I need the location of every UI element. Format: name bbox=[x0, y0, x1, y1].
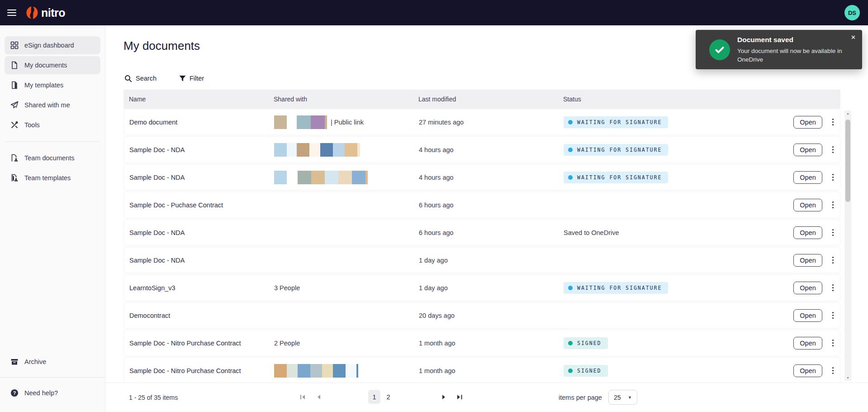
filter-button[interactable]: Filter bbox=[179, 75, 204, 82]
shared-with-cell: | Public link bbox=[274, 115, 419, 129]
open-button[interactable]: Open bbox=[793, 144, 822, 156]
table-row[interactable]: Sample Doc - Puchase Contract6 hours ago… bbox=[123, 192, 840, 218]
kebab-dot bbox=[832, 204, 834, 206]
last-modified: 1 day ago bbox=[419, 284, 564, 292]
sidebar-item-my-documents[interactable]: My documents bbox=[5, 56, 100, 74]
sidebar-divider bbox=[0, 377, 105, 378]
table-row[interactable]: Sample Doc - NDA4 hours agoWAITING FOR S… bbox=[123, 164, 840, 191]
open-button[interactable]: Open bbox=[793, 254, 822, 267]
app-window: nitro DS eSign dashboard My doc bbox=[0, 0, 868, 412]
sidebar-item-tools[interactable]: Tools bbox=[5, 116, 100, 134]
sidebar-item-team-documents[interactable]: Team documents bbox=[5, 149, 100, 167]
toast-title: Document saved bbox=[737, 36, 844, 44]
team-documents-icon bbox=[10, 154, 19, 162]
last-modified: 4 hours ago bbox=[419, 174, 564, 181]
document-name: Demo document bbox=[129, 119, 274, 126]
row-menu-button[interactable] bbox=[830, 338, 836, 348]
column-header-shared-with: Shared with bbox=[274, 96, 418, 103]
document-name: Sample Doc - Nitro Purchase Contract bbox=[129, 367, 274, 374]
open-button[interactable]: Open bbox=[793, 337, 822, 350]
user-avatar[interactable]: DS bbox=[844, 5, 860, 20]
first-page-button[interactable] bbox=[298, 392, 308, 402]
search-button[interactable]: Search bbox=[124, 75, 157, 82]
page-number-2[interactable]: 2 bbox=[382, 390, 394, 404]
nitro-logo[interactable]: nitro bbox=[26, 6, 65, 19]
hamburger-menu-icon[interactable] bbox=[7, 10, 16, 16]
open-button[interactable]: Open bbox=[793, 116, 822, 129]
table-row[interactable]: Sample Doc - Nitro Purchase Contract2 Pe… bbox=[123, 330, 840, 356]
sidebar-item-team-templates[interactable]: Team templates bbox=[5, 169, 100, 187]
sidebar-item-label: My templates bbox=[24, 81, 63, 89]
scrollbar-thumb[interactable] bbox=[845, 120, 850, 202]
previous-page-button[interactable] bbox=[314, 392, 323, 402]
avatar bbox=[365, 171, 368, 184]
row-menu-button[interactable] bbox=[830, 310, 836, 321]
document-name: Sample Doc - NDA bbox=[129, 146, 274, 153]
sidebar-item-label: eSign dashboard bbox=[24, 42, 74, 49]
row-menu-button[interactable] bbox=[830, 200, 836, 210]
table-scrollbar[interactable]: ▲ ▼ bbox=[844, 110, 851, 381]
kebab-dot bbox=[832, 235, 834, 236]
status-dot bbox=[568, 369, 573, 373]
brand-text: nitro bbox=[41, 6, 65, 19]
table-row[interactable]: Democontract20 days agoOpen bbox=[123, 302, 840, 329]
open-button[interactable]: Open bbox=[793, 171, 822, 184]
kebab-dot bbox=[832, 124, 834, 125]
next-page-button[interactable] bbox=[440, 392, 448, 402]
table-row[interactable]: Sample Doc - NDA1 day agoOpen bbox=[123, 247, 840, 273]
status-label: WAITING FOR SIGNATURE bbox=[577, 147, 662, 153]
kebab-dot bbox=[832, 312, 834, 313]
last-modified: 6 hours ago bbox=[419, 201, 564, 209]
row-menu-button[interactable] bbox=[830, 283, 836, 293]
sidebar-item-shared-with-me[interactable]: Shared with me bbox=[5, 96, 100, 114]
open-button[interactable]: Open bbox=[793, 282, 822, 294]
status-badge: WAITING FOR SIGNATURE bbox=[564, 116, 668, 128]
documents-table: Name Shared with Last modified Status De… bbox=[123, 90, 840, 383]
row-menu-button[interactable] bbox=[830, 227, 836, 238]
kebab-dot bbox=[832, 174, 834, 175]
page-number-1[interactable]: 1 bbox=[368, 390, 380, 404]
page-size-select[interactable]: 25 ▼ bbox=[608, 390, 637, 405]
table-row[interactable]: LearntoSign_v33 People1 day agoWAITING F… bbox=[123, 274, 840, 301]
close-icon[interactable]: ✕ bbox=[851, 34, 856, 41]
avatar-strip bbox=[274, 364, 358, 378]
avatar-strip bbox=[274, 143, 360, 157]
row-menu-button[interactable] bbox=[830, 144, 836, 155]
open-button[interactable]: Open bbox=[793, 309, 822, 322]
sidebar-item-label: My documents bbox=[24, 62, 67, 69]
success-check-icon bbox=[709, 39, 730, 60]
filter-label: Filter bbox=[190, 75, 204, 82]
table-row[interactable]: Sample Doc - NDA4 hours agoWAITING FOR S… bbox=[123, 136, 840, 163]
sidebar-item-need-help[interactable]: ? Need help? bbox=[5, 384, 100, 402]
avatar bbox=[333, 143, 345, 157]
kebab-dot bbox=[832, 259, 834, 261]
sidebar-item-archive[interactable]: Archive bbox=[5, 353, 100, 371]
public-link-label: | Public link bbox=[331, 119, 364, 126]
table-row[interactable]: Sample Doc - NDA6 hours agoSaved to OneD… bbox=[123, 219, 840, 246]
row-menu-button[interactable] bbox=[830, 255, 836, 265]
open-button[interactable]: Open bbox=[793, 364, 822, 377]
row-menu-button[interactable] bbox=[830, 117, 836, 127]
table-rows: Demo document| Public link27 minutes ago… bbox=[123, 109, 840, 383]
status-dot bbox=[568, 341, 573, 345]
open-button[interactable]: Open bbox=[793, 226, 822, 239]
table-row[interactable]: Sample Doc - Nitro Purchase Contract1 mo… bbox=[123, 357, 840, 383]
search-label: Search bbox=[136, 75, 157, 82]
scroll-up-icon[interactable]: ▲ bbox=[846, 110, 849, 116]
toolbar: Search Filter bbox=[124, 73, 868, 83]
items-per-page-label: items per page bbox=[559, 394, 602, 401]
last-page-button[interactable] bbox=[455, 392, 465, 402]
row-actions: Open bbox=[772, 144, 840, 156]
open-button[interactable]: Open bbox=[793, 199, 822, 211]
avatar bbox=[346, 364, 356, 378]
scroll-down-icon[interactable]: ▼ bbox=[846, 375, 849, 381]
sidebar-item-my-templates[interactable]: My templates bbox=[5, 76, 100, 94]
sidebar-item-esign-dashboard[interactable]: eSign dashboard bbox=[5, 36, 100, 54]
table-row[interactable]: Demo document| Public link27 minutes ago… bbox=[123, 109, 840, 135]
row-menu-button[interactable] bbox=[830, 172, 836, 182]
table-header: Name Shared with Last modified Status bbox=[123, 90, 840, 109]
kebab-dot bbox=[832, 340, 834, 341]
document-name: Democontract bbox=[129, 312, 274, 319]
row-menu-button[interactable] bbox=[830, 365, 836, 376]
status-cell: WAITING FOR SIGNATURE bbox=[564, 116, 772, 128]
